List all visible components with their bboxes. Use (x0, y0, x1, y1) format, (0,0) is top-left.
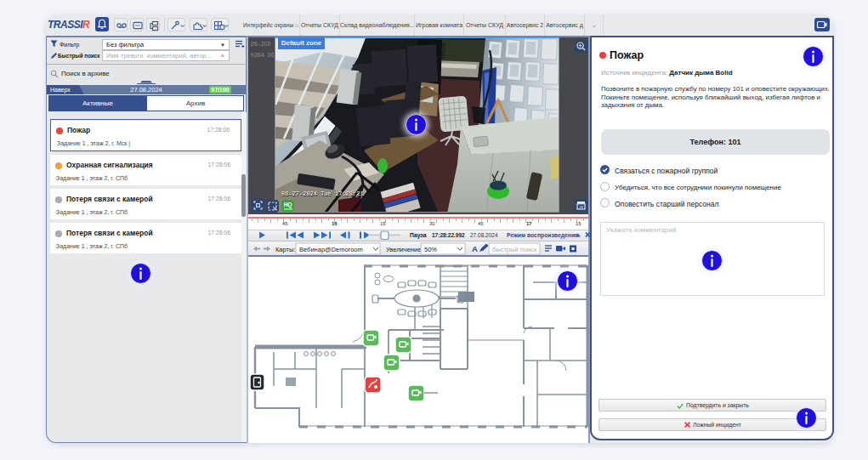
svg-text:50%: 50% (424, 246, 437, 253)
svg-text:быстрый поиск: быстрый поиск (492, 246, 537, 253)
svg-text:Пауза: Пауза (410, 232, 427, 239)
svg-text:28: 28 (579, 205, 583, 209)
svg-text:Увеличение:: Увеличение: (386, 246, 423, 253)
svg-text:Карты:: Карты: (275, 246, 295, 253)
svg-text:17:28:22.992: 17:28:22.992 (432, 232, 465, 238)
svg-text:Режим воспроизведения: Режим воспроизведения (507, 232, 578, 239)
svg-text:27.08.2024: 27.08.2024 (470, 232, 498, 238)
svg-text:A: A (472, 244, 478, 253)
svg-text:Вебинар@Demoroom: Вебинар@Demoroom (299, 246, 363, 253)
